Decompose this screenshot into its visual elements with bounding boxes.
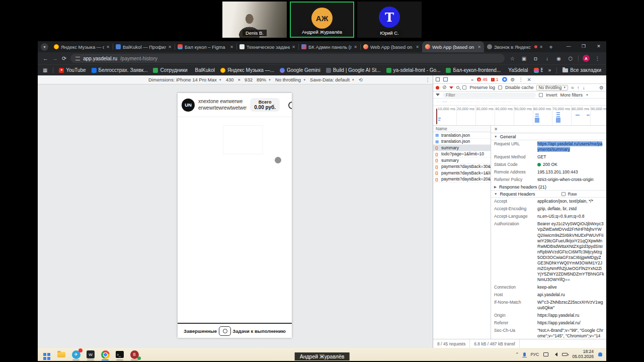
- device-toolbar-kebab-icon[interactable]: ⋮: [426, 77, 431, 82]
- browser-tab[interactable]: BalKukol — Профиль ✕: [113, 41, 175, 52]
- request-row[interactable]: todo?page=1&limit=10: [433, 151, 491, 158]
- request-row[interactable]: summary: [433, 157, 491, 164]
- tab-close-icon[interactable]: ✕: [477, 45, 481, 49]
- throttling-dropdown[interactable]: No throttling ▼: [536, 85, 568, 90]
- throttling-select[interactable]: No throttling: [275, 77, 301, 82]
- tab-search-chevron-icon[interactable]: ▾: [41, 43, 48, 51]
- network-overview-timeline[interactable]: 10,000 ms20,000 ms30,000 ms40,000 ms50,0…: [433, 106, 606, 126]
- filter-chip[interactable]: [442, 102, 447, 102]
- rotate-device-icon[interactable]: ⟲: [359, 77, 363, 82]
- invert-checkbox[interactable]: [539, 93, 543, 97]
- site-settings-icon[interactable]: [75, 57, 80, 60]
- filter-chip[interactable]: [501, 102, 506, 102]
- bookmark-item[interactable]: YouTube: [59, 67, 86, 73]
- terminal-button[interactable]: >_: [115, 349, 125, 359]
- request-row[interactable]: payments?daysBack=1&limit=100: [433, 170, 491, 176]
- request-row[interactable]: translation.json: [433, 139, 491, 145]
- devtools-close-icon[interactable]: ✕: [527, 77, 531, 82]
- detail-close-icon[interactable]: ✕: [494, 127, 498, 132]
- filter-chip[interactable]: [481, 102, 487, 102]
- bookmark-item[interactable]: Яндекс Музыка —...: [220, 67, 274, 73]
- browser-tab[interactable]: Web App (based on Litef ✕: [360, 41, 422, 52]
- devtools-profile-icon[interactable]: [502, 77, 507, 82]
- tray-expand-icon[interactable]: ⌃: [515, 352, 519, 357]
- filter-funnel-icon[interactable]: [449, 86, 453, 89]
- preserve-log-checkbox[interactable]: [462, 85, 466, 89]
- filter-chip[interactable]: [468, 102, 473, 102]
- tab-close-icon[interactable]: ✕: [292, 45, 295, 49]
- participant-tile-yuriy[interactable]: T Юрий С.: [357, 2, 422, 38]
- new-tab-button[interactable]: +: [546, 44, 556, 51]
- browser-tab[interactable]: Звонок в Яндекс Тел ✕: [484, 41, 546, 52]
- bookmark-item[interactable]: BalKukol: [193, 67, 215, 73]
- request-row[interactable]: translation.json: [433, 132, 491, 139]
- tab-close-icon[interactable]: ✕: [539, 45, 543, 49]
- chrome-button[interactable]: [100, 349, 110, 359]
- participant-tile-denis[interactable]: Denis B.: [222, 2, 287, 38]
- warning-icon[interactable]: !: [491, 78, 495, 81]
- inspect-element-icon[interactable]: [436, 77, 440, 81]
- network-conditions-icon[interactable]: ≈: [571, 85, 574, 90]
- downloads-icon[interactable]: ↓: [543, 56, 551, 61]
- file-explorer-button[interactable]: [56, 349, 66, 359]
- request-headers-section-header[interactable]: ▼ Request Headers Raw: [491, 191, 606, 198]
- settings-gear-icon[interactable]: ⚙: [511, 77, 515, 82]
- cast-screen-icon[interactable]: [543, 352, 548, 356]
- extension-circle-icon[interactable]: ◉: [555, 56, 562, 61]
- filter-chip[interactable]: [449, 102, 454, 102]
- filter-input[interactable]: [443, 93, 536, 98]
- bookmark-item[interactable]: Бал-кукол-frontend...: [446, 67, 501, 73]
- browser-tab[interactable]: БК Админ панель (прос ✕: [298, 41, 360, 52]
- tab-close-icon[interactable]: ✕: [354, 45, 357, 49]
- address-bar[interactable]: app.yasdelal.ru/payment-history: [70, 54, 505, 63]
- record-icon[interactable]: [436, 86, 439, 89]
- browser-tab[interactable]: Яндекс Музыка — соби ✕: [51, 41, 113, 52]
- browser-tab[interactable]: Бал кукол – Figma ✕: [175, 41, 236, 52]
- extensions-puzzle-icon[interactable]: ⬡: [567, 56, 574, 61]
- bookmark-item[interactable]: Сотрудники: [153, 67, 187, 73]
- bookmark-item[interactable]: ya-sdelal-front - Go...: [386, 67, 441, 73]
- window-control-button[interactable]: ❐: [576, 41, 591, 51]
- more-tabs-chevron[interactable]: »: [471, 75, 473, 84]
- network-settings-gear-icon[interactable]: ⚙: [599, 85, 604, 90]
- filter-chip[interactable]: [495, 102, 500, 102]
- devtools-kebab-icon[interactable]: ⋮: [518, 77, 523, 82]
- extension-box-icon[interactable]: ▣: [520, 56, 528, 61]
- search-icon[interactable]: [456, 86, 459, 89]
- shield-icon[interactable]: ◘: [532, 56, 539, 61]
- request-row[interactable]: payments?daysBack=30&limit=100: [433, 164, 491, 170]
- import-har-icon[interactable]: ↑: [577, 85, 580, 90]
- bookmark-item[interactable]: Google Gemini: [280, 67, 320, 73]
- disable-cache-checkbox[interactable]: [498, 85, 502, 89]
- clock[interactable]: 18:24 05.03.2026: [572, 349, 594, 359]
- device-select[interactable]: Dimensions: iPhone 14 Pro Max: [148, 77, 217, 82]
- user-avatar[interactable]: UN: [182, 99, 195, 112]
- tab-todo[interactable]: Задачи к выполнению: [232, 328, 286, 334]
- tab-close-icon[interactable]: ✕: [230, 45, 233, 49]
- profile-avatar[interactable]: A: [583, 55, 590, 62]
- viewport-height[interactable]: 932: [245, 77, 253, 82]
- request-row[interactable]: payments?daysBack=20&limit=100: [433, 176, 491, 183]
- start-button[interactable]: [42, 349, 52, 359]
- filter-chip[interactable]: [508, 102, 513, 102]
- bookmark-star-icon[interactable]: ☆: [509, 56, 516, 61]
- media-app-button[interactable]: 8: [129, 349, 139, 359]
- notification-bell-icon[interactable]: [598, 352, 602, 356]
- viewport-width[interactable]: 430: [226, 77, 234, 82]
- back-icon[interactable]: ←: [43, 55, 48, 61]
- telegram-button[interactable]: ✈: [71, 349, 81, 359]
- filter-chip[interactable]: [488, 102, 493, 102]
- volume-icon[interactable]: [553, 352, 557, 356]
- export-har-icon[interactable]: ↓: [583, 85, 585, 90]
- tab-close-icon[interactable]: ✕: [416, 45, 419, 49]
- save-data-select[interactable]: Save-Data: default: [310, 77, 350, 82]
- raw-checkbox[interactable]: [561, 192, 566, 196]
- tab-close-icon[interactable]: ✕: [106, 45, 110, 49]
- filter-chip[interactable]: [475, 102, 480, 102]
- forward-icon[interactable]: →: [52, 55, 58, 61]
- all-bookmarks-button[interactable]: Все закладки: [562, 67, 601, 73]
- general-section-header[interactable]: ▼ General: [491, 133, 606, 140]
- filter-chip[interactable]: [436, 102, 441, 102]
- bookmarks-overflow-chevron[interactable]: »: [548, 67, 551, 73]
- filter-chip[interactable]: [462, 102, 467, 102]
